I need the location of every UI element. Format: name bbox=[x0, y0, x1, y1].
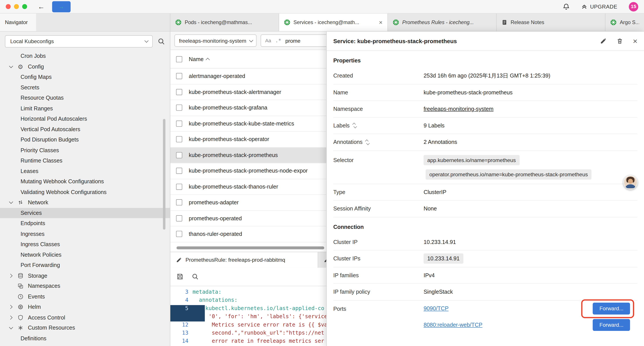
kubeconfig-selector[interactable]: Local Kubeconfigs bbox=[5, 35, 152, 47]
edit-pencil-icon[interactable] bbox=[600, 38, 606, 44]
port-8080-link[interactable]: 8080:reloader-web/TCP bbox=[424, 322, 482, 328]
sidebar-item-endpoints[interactable]: Endpoints bbox=[0, 218, 170, 229]
row-checkbox[interactable] bbox=[176, 105, 182, 111]
sidebar-item-resource-quotas[interactable]: Resource Quotas bbox=[0, 93, 170, 103]
sidebar-item-ingress-classes[interactable]: Ingress Classes bbox=[0, 239, 170, 250]
sidebar-item-pod-disruption-budgets[interactable]: Pod Disruption Budgets bbox=[0, 134, 170, 145]
navigator-sidebar: Local Kubeconfigs Cron Jobs ⚙ Config Con… bbox=[0, 31, 170, 346]
delete-trash-icon[interactable] bbox=[616, 38, 623, 44]
chevron-right-icon[interactable] bbox=[8, 316, 12, 320]
service-details-drawer: Service: kube-prometheus-stack-prometheu… bbox=[326, 31, 644, 346]
chevron-down-icon bbox=[249, 38, 254, 42]
back-icon[interactable]: ← bbox=[38, 3, 45, 10]
chevron-right-icon[interactable] bbox=[8, 274, 12, 278]
match-case-icon[interactable]: Aa bbox=[265, 38, 271, 43]
sidebar-item-definitions[interactable]: Definitions bbox=[0, 333, 170, 344]
tab-argo[interactable]: Argo S... bbox=[606, 13, 644, 31]
sidebar-scrollbar[interactable] bbox=[163, 119, 165, 230]
upgrade-button[interactable]: UPGRADE bbox=[581, 3, 618, 10]
sidebar-item-mutating-webhook-configurations[interactable]: Mutating Webhook Configurations bbox=[0, 176, 170, 187]
row-checkbox[interactable] bbox=[176, 168, 182, 174]
tab-services[interactable]: Services - icecheng@math... × bbox=[279, 13, 388, 31]
sidebar-item-helm[interactable]: Helm bbox=[0, 302, 170, 312]
sidebar-item-runtime-classes[interactable]: Runtime Classes bbox=[0, 155, 170, 166]
sidebar-search-icon[interactable] bbox=[158, 37, 165, 45]
row-checkbox[interactable] bbox=[176, 136, 182, 142]
sidebar-item-label: Pod Disruption Budgets bbox=[20, 137, 79, 143]
sidebar-item-network-policies[interactable]: Network Policies bbox=[0, 249, 170, 260]
sidebar-item-ingresses[interactable]: Ingresses bbox=[0, 229, 170, 239]
sidebar-item-priority-classes[interactable]: Priority Classes bbox=[0, 145, 170, 155]
drawer-close-icon[interactable]: × bbox=[633, 37, 638, 45]
sidebar-item-label: Namespaces bbox=[28, 283, 60, 289]
chevron-down-icon[interactable] bbox=[9, 64, 13, 68]
forward-icon[interactable]: → bbox=[52, 1, 70, 12]
row-checkbox[interactable] bbox=[176, 89, 182, 95]
network-arrows-icon bbox=[18, 200, 28, 206]
session-affinity-row: Session Affinity None bbox=[333, 201, 638, 217]
double-chevron-up-icon bbox=[581, 3, 587, 10]
sidebar-item-limit-ranges[interactable]: Limit Ranges bbox=[0, 103, 170, 114]
sidebar-item-access-control[interactable]: Access Control bbox=[0, 312, 170, 323]
regex-icon[interactable]: .* bbox=[275, 38, 281, 43]
row-checkbox[interactable] bbox=[176, 120, 182, 127]
row-checkbox[interactable] bbox=[176, 73, 182, 79]
tab-release-notes[interactable]: Release Notes bbox=[497, 13, 606, 31]
maximize-window-button[interactable] bbox=[22, 4, 27, 9]
close-window-button[interactable] bbox=[6, 4, 10, 9]
tab-close-icon[interactable]: × bbox=[379, 19, 382, 26]
sidebar-item-horizontal-pod-autoscalers[interactable]: Horizontal Pod Autoscalers bbox=[0, 114, 170, 124]
forward-button-8080[interactable]: Forward... bbox=[593, 319, 630, 331]
row-checkbox[interactable] bbox=[176, 152, 182, 158]
chevron-down-icon[interactable] bbox=[9, 326, 13, 330]
chevron-down-icon[interactable] bbox=[9, 200, 13, 204]
sidebar-item-port-forwarding[interactable]: Port Forwarding bbox=[0, 260, 170, 271]
properties-section-heading: Properties bbox=[333, 51, 638, 68]
chevron-right-icon[interactable] bbox=[8, 305, 12, 309]
sidebar-item-events[interactable]: Events bbox=[0, 291, 170, 302]
line-number: 4 bbox=[170, 297, 192, 305]
floating-assistant-avatar[interactable] bbox=[624, 175, 638, 189]
row-checkbox[interactable] bbox=[176, 231, 182, 237]
port-9090-link[interactable]: 9090/TCP bbox=[424, 306, 448, 312]
namespace-link[interactable]: freeleaps-monitoring-system bbox=[424, 106, 494, 112]
row-checkbox[interactable] bbox=[176, 200, 182, 206]
tab-prometheus-rules[interactable]: Prometheus Rules - icecheng... bbox=[388, 13, 497, 31]
sidebar-item-network[interactable]: Network bbox=[0, 197, 170, 208]
save-icon[interactable] bbox=[176, 273, 184, 280]
sidebar-item-services[interactable]: Services bbox=[0, 208, 170, 218]
namespace-selector[interactable]: freeleaps-monitoring-system bbox=[174, 34, 257, 47]
tab-pods[interactable]: Pods - icecheng@mathmas... bbox=[170, 13, 279, 31]
forward-button-9090[interactable]: Forward... bbox=[593, 303, 630, 315]
service-name: kube-prometheus-stack-prometheus bbox=[189, 152, 278, 158]
horizontal-scrollbar[interactable] bbox=[176, 246, 324, 249]
sidebar-item-config[interactable]: ⚙ Config bbox=[0, 61, 170, 72]
row-checkbox[interactable] bbox=[176, 184, 182, 190]
select-all-checkbox[interactable] bbox=[176, 56, 182, 62]
sidebar-item-secrets[interactable]: Secrets bbox=[0, 82, 170, 93]
bell-icon[interactable] bbox=[562, 3, 570, 10]
sidebar-item-leases[interactable]: Leases bbox=[0, 166, 170, 176]
expand-collapse-icon[interactable] bbox=[366, 139, 369, 145]
drawer-header: Service: kube-prometheus-stack-prometheu… bbox=[327, 31, 644, 51]
dock-tab-prometheusrule[interactable]: PrometheusRule: freeleaps-prod-rabbitmq bbox=[170, 252, 318, 268]
sidebar-item-custom-resources[interactable]: Custom Resources bbox=[0, 323, 170, 333]
sidebar-item-config-maps[interactable]: Config Maps bbox=[0, 72, 170, 82]
annotations-count-value: 2 Annotations bbox=[424, 139, 457, 145]
sidebar-item-storage[interactable]: Storage bbox=[0, 271, 170, 281]
clock-icon bbox=[18, 294, 28, 300]
row-checkbox[interactable] bbox=[176, 215, 182, 221]
app-window: ← → UPGRADE 15 Navigator Pods - icecheng… bbox=[0, 0, 644, 346]
expand-collapse-icon[interactable] bbox=[353, 123, 356, 128]
name-column-header[interactable]: Name bbox=[189, 56, 210, 62]
sidebar-item-vertical-pod-autoscalers[interactable]: Vertical Pod Autoscalers bbox=[0, 124, 170, 134]
notification-count-badge[interactable]: 15 bbox=[629, 2, 638, 11]
sidebar-item-cron-jobs[interactable]: Cron Jobs bbox=[0, 51, 170, 61]
sidebar-item-validating-webhook-configurations[interactable]: Validating Webhook Configurations bbox=[0, 187, 170, 197]
editor-search-icon[interactable] bbox=[192, 273, 198, 280]
type-label: Type bbox=[333, 189, 424, 195]
code-text: kubectl.kubernetes.io/last-applied-co bbox=[192, 305, 324, 313]
sidebar-item-namespaces[interactable]: Namespaces bbox=[0, 281, 170, 292]
minimize-window-button[interactable] bbox=[14, 4, 19, 9]
created-row: Created 253d 16h 6m ago (2025年1月13日 GMT+… bbox=[333, 68, 638, 84]
